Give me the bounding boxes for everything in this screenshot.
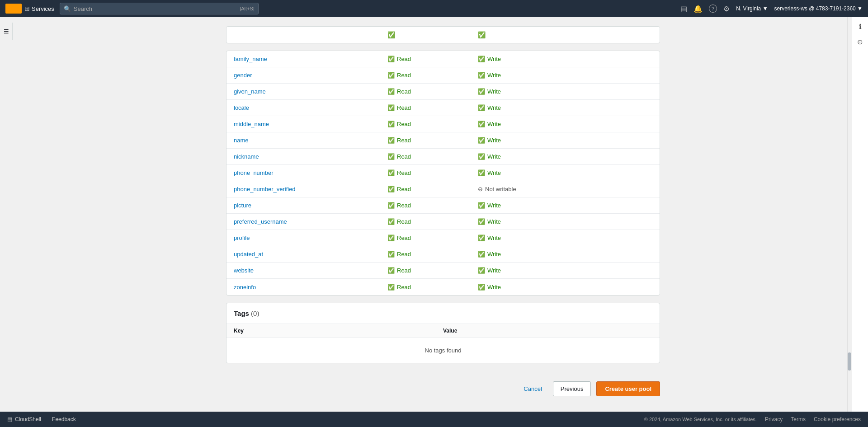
attribute-write-cell: ✅ Write [471,84,561,99]
read-check-icon: ✅ [387,104,395,111]
write-badge: ✅ Write [478,153,501,160]
terms-link[interactable]: Terms [791,416,806,422]
table-row: name✅ Read✅ Write [226,132,660,149]
tags-table-header: Key Value [226,324,660,338]
read-badge: ✅ Read [387,88,411,95]
settings-icon[interactable]: ⚙ [723,5,730,13]
attribute-name[interactable]: picture [234,202,251,209]
top-read-check: ✅ [387,31,395,38]
aws-logo[interactable] [5,4,22,14]
attribute-read-cell: ✅ Read [380,101,471,115]
hamburger-icon: ☰ [4,28,9,35]
attribute-read-cell: ✅ Read [380,215,471,229]
scrollbar-thumb[interactable] [848,352,851,371]
top-write-check: ✅ [478,31,486,38]
table-row-top: ✅ ✅ [226,27,660,43]
attribute-name[interactable]: updated_at [234,251,263,258]
cookie-preferences-link[interactable]: Cookie preferences [814,416,861,422]
attribute-name-cell: name [226,133,380,147]
read-check-icon: ✅ [387,169,395,176]
terminal-icon[interactable]: ▤ [680,5,687,13]
content-area: ✅ ✅ family_name✅ Read✅ Writegender✅ Read… [226,26,660,427]
attribute-write-cell: ✅ Write [471,280,561,294]
write-check-icon: ✅ [478,284,485,291]
privacy-link[interactable]: Privacy [765,416,783,422]
cancel-button[interactable]: Cancel [518,382,547,396]
services-label: Services [32,5,54,12]
terminal-bottom-icon: ▤ [7,416,12,422]
read-check-icon: ✅ [387,72,395,79]
scrollbar-track[interactable] [847,17,852,412]
region-selector[interactable]: N. Virginia ▼ [736,5,768,12]
tags-header: Tags (0) [226,303,660,324]
main-wrapper: ✅ ✅ family_name✅ Read✅ Writegender✅ Read… [0,17,868,427]
attribute-name-cell: picture [226,198,380,212]
read-check-icon: ✅ [387,284,395,291]
search-bar[interactable]: 🔍 [Alt+S] [60,3,259,14]
bottom-right: © 2024, Amazon Web Services, Inc. or its… [644,416,861,422]
attribute-write-cell: ✅ Write [471,68,561,82]
attribute-name[interactable]: middle_name [234,121,269,127]
top-name-cell [226,31,380,38]
read-check-icon: ✅ [387,202,395,209]
sidebar-toggle[interactable]: ☰ [0,23,13,40]
attribute-name[interactable]: phone_number_verified [234,186,296,192]
action-bar: Cancel Previous Create user pool [226,374,660,407]
attribute-name-cell: gender [226,68,380,82]
top-read-cell: ✅ [380,28,471,42]
attribute-name[interactable]: given_name [234,88,266,95]
account-selector[interactable]: serverless-ws @ 4783-7191-2360 ▼ [774,5,863,12]
previous-button[interactable]: Previous [553,381,591,396]
info-panel-icon[interactable]: ℹ [859,23,862,31]
write-badge: ✅ Write [478,251,501,258]
read-check-icon: ✅ [387,251,395,258]
write-check-icon: ✅ [478,104,485,111]
attribute-write-cell: ✅ Write [471,117,561,131]
attribute-name[interactable]: website [234,267,254,274]
table-row: preferred_username✅ Read✅ Write [226,214,660,230]
attribute-read-cell: ✅ Read [380,68,471,82]
history-panel-icon[interactable]: ⊙ [857,38,863,46]
attribute-name-cell: phone_number_verified [226,182,380,196]
read-badge: ✅ Read [387,186,411,192]
attribute-name-cell: updated_at [226,247,380,261]
attribute-name[interactable]: profile [234,235,250,241]
table-row: phone_number_verified✅ Read⊖ Not writabl… [226,181,660,197]
tags-empty-message: No tags found [226,338,660,363]
write-check-icon: ✅ [478,202,485,209]
attribute-read-cell: ✅ Read [380,231,471,245]
write-check-icon: ✅ [478,235,485,241]
minus-icon: ⊖ [478,186,483,192]
attribute-name[interactable]: name [234,137,249,144]
attribute-name[interactable]: phone_number [234,169,273,176]
read-badge: ✅ Read [387,72,411,79]
bell-icon[interactable]: 🔔 [693,5,703,13]
top-navigation: ⊞ Services 🔍 [Alt+S] ▤ 🔔 ? ⚙ N. Virginia… [0,0,868,17]
write-check-icon: ✅ [478,121,485,127]
attribute-name[interactable]: nickname [234,153,259,160]
attribute-write-cell: ✅ Write [471,198,561,212]
attribute-name[interactable]: preferred_username [234,218,287,225]
create-user-pool-button[interactable]: Create user pool [596,381,660,396]
tags-count: (0) [251,310,259,317]
feedback-button[interactable]: Feedback [52,416,76,422]
services-nav[interactable]: ⊞ Services [24,5,54,12]
top-write-cell: ✅ [471,28,561,42]
attribute-name[interactable]: family_name [234,56,267,62]
attribute-name-cell: middle_name [226,117,380,131]
read-check-icon: ✅ [387,153,395,160]
help-icon[interactable]: ? [709,5,717,13]
attribute-name[interactable]: locale [234,104,249,111]
attribute-write-cell: ✅ Write [471,263,561,277]
write-badge: ✅ Write [478,235,501,241]
write-check-icon: ✅ [478,169,485,176]
attribute-name[interactable]: zoneinfo [234,284,256,291]
attribute-name-cell: given_name [226,84,380,99]
search-input[interactable] [74,5,240,12]
cloudshell-button[interactable]: ▤ CloudShell [7,416,41,422]
tags-key-header: Key [234,328,443,334]
attribute-write-cell: ✅ Write [471,231,561,245]
read-badge: ✅ Read [387,218,411,225]
attribute-name[interactable]: gender [234,72,252,79]
read-badge: ✅ Read [387,137,411,144]
